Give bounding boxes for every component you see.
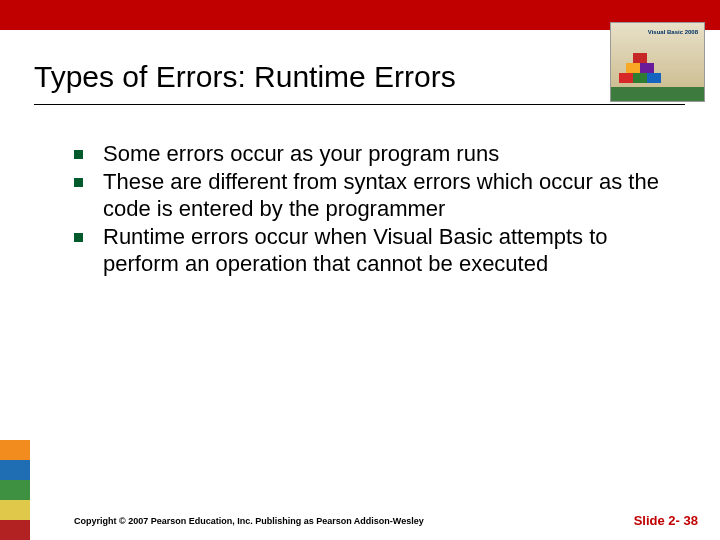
bullet-square-icon xyxy=(74,150,83,159)
book-cover-image: Visual Basic 2008 xyxy=(610,22,705,102)
copyright-text: Copyright © 2007 Pearson Education, Inc.… xyxy=(74,516,424,526)
bullet-list: Some errors occur as your program runs T… xyxy=(74,140,664,278)
side-color-stripes xyxy=(0,440,30,540)
bullet-text: Some errors occur as your program runs xyxy=(103,140,664,168)
bullet-text: These are different from syntax errors w… xyxy=(103,168,664,223)
title-underline xyxy=(34,104,685,105)
slide-number: Slide 2- 38 xyxy=(634,513,698,528)
bullet-square-icon xyxy=(74,178,83,187)
bullet-item: Runtime errors occur when Visual Basic a… xyxy=(74,223,664,278)
slide-title: Types of Errors: Runtime Errors xyxy=(34,60,456,94)
bullet-item: These are different from syntax errors w… xyxy=(74,168,664,223)
book-logo-text: Visual Basic 2008 xyxy=(648,29,698,36)
bullet-item: Some errors occur as your program runs xyxy=(74,140,664,168)
bullet-text: Runtime errors occur when Visual Basic a… xyxy=(103,223,664,278)
bullet-square-icon xyxy=(74,233,83,242)
